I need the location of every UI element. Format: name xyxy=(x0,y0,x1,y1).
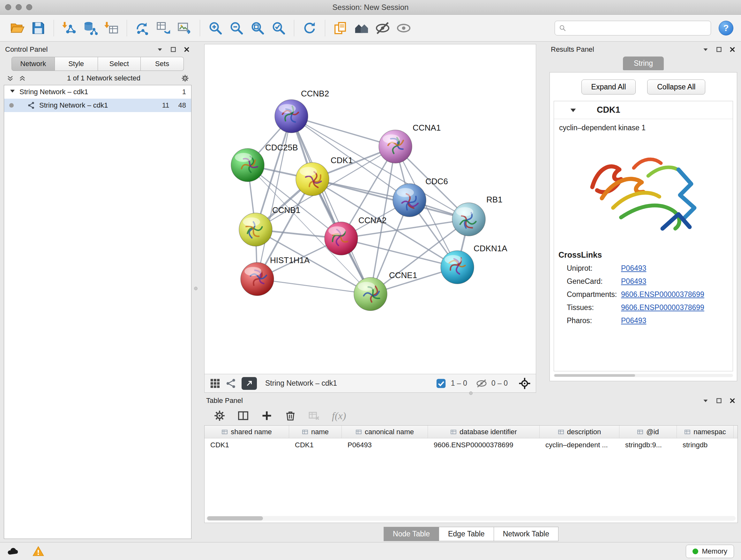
vertical-splitter-handle[interactable] xyxy=(194,287,198,290)
crosslink-link[interactable]: 9606.ENSP00000378699 xyxy=(621,290,704,299)
float-panel-icon[interactable] xyxy=(716,46,723,53)
new-network-button[interactable] xyxy=(133,18,152,38)
hide-selected-button[interactable] xyxy=(373,18,392,38)
panel-menu-icon[interactable] xyxy=(702,397,709,404)
export-image-button[interactable] xyxy=(175,18,194,38)
cloud-icon[interactable] xyxy=(7,546,18,557)
show-selected-button[interactable] xyxy=(394,18,413,38)
network-node-cdc25b[interactable] xyxy=(231,148,264,182)
network-node-ccnb1[interactable] xyxy=(239,213,272,246)
panel-menu-icon[interactable] xyxy=(702,46,709,53)
tab-edge-table[interactable]: Edge Table xyxy=(439,527,494,541)
table-cell[interactable]: stringdb:9... xyxy=(619,438,677,452)
column-header-namespac[interactable]: namespac xyxy=(677,426,734,438)
expand-all-icon[interactable] xyxy=(6,74,14,82)
protein-section-header[interactable]: CDK1 xyxy=(554,101,733,119)
import-table-button[interactable] xyxy=(102,18,121,38)
table-cell[interactable]: cyclin–dependent ... xyxy=(540,438,619,452)
import-network-database-button[interactable] xyxy=(81,18,100,38)
add-column-plus-icon[interactable] xyxy=(261,410,273,422)
search-input[interactable] xyxy=(569,24,707,32)
crosshair-icon[interactable] xyxy=(519,377,531,389)
refresh-button[interactable] xyxy=(300,18,319,38)
hidden-eye-slash-icon[interactable] xyxy=(476,378,487,389)
minimize-window-button[interactable] xyxy=(16,4,22,10)
zoom-selected-button[interactable] xyxy=(269,18,288,38)
open-session-button[interactable] xyxy=(8,18,27,38)
selected-checkbox-icon[interactable] xyxy=(435,378,447,389)
collapse-section-icon[interactable] xyxy=(569,106,577,114)
network-row-selected[interactable]: String Network – cdk1 11 48 xyxy=(4,99,191,112)
gear-icon[interactable] xyxy=(181,74,189,82)
delete-column-trash-icon[interactable] xyxy=(285,410,296,422)
float-panel-icon[interactable] xyxy=(170,46,177,53)
tab-network-table[interactable]: Network Table xyxy=(494,527,558,541)
column-header-shared-name[interactable]: shared name xyxy=(205,426,289,438)
home-view-button[interactable] xyxy=(352,18,371,38)
duplicate-style-button[interactable] xyxy=(331,18,350,38)
network-edge[interactable] xyxy=(291,116,370,294)
expand-all-button[interactable]: Expand All xyxy=(582,79,636,95)
collapse-all-icon[interactable] xyxy=(18,74,26,82)
horizontal-splitter-handle[interactable] xyxy=(469,391,473,395)
column-header-canonical-name[interactable]: canonical name xyxy=(342,426,428,438)
table-row[interactable]: CDK1CDK1P064939606.ENSP00000378699cyclin… xyxy=(205,438,738,452)
close-panel-icon[interactable] xyxy=(729,397,736,404)
tree-expander-icon[interactable] xyxy=(9,88,16,96)
results-horizontal-scrollbar[interactable] xyxy=(554,374,733,377)
warning-icon[interactable] xyxy=(32,546,44,557)
close-panel-icon[interactable] xyxy=(183,46,190,53)
crosslink-link[interactable]: 9606.ENSP00000378699 xyxy=(621,303,704,312)
crosslink-link[interactable]: P06493 xyxy=(621,316,646,325)
network-node-hist1h1a[interactable] xyxy=(241,262,274,296)
memory-button[interactable]: Memory xyxy=(686,545,734,558)
column-header--id[interactable]: @id xyxy=(619,426,677,438)
network-from-table-button[interactable] xyxy=(154,18,173,38)
collapse-all-button[interactable]: Collapse All xyxy=(647,79,705,95)
network-node-ccne1[interactable] xyxy=(354,277,387,311)
tab-node-table[interactable]: Node Table xyxy=(384,527,439,541)
network-node-cdkn1a[interactable] xyxy=(441,251,474,284)
crosslink-link[interactable]: P06493 xyxy=(621,277,646,286)
help-button[interactable]: ? xyxy=(719,21,733,36)
table-cell[interactable]: CDK1 xyxy=(205,438,289,452)
show-columns-icon[interactable] xyxy=(238,410,249,422)
column-header-database-identifier[interactable]: database identifier xyxy=(428,426,540,438)
network-collection-row[interactable]: String Network – cdk1 1 xyxy=(4,85,191,99)
column-header-name[interactable]: name xyxy=(289,426,342,438)
network-canvas[interactable]: CCNB2CCNA1CDC25BCDK1CDC6RB1CCNB1CCNA2CDK… xyxy=(204,44,536,374)
network-node-cdc6[interactable] xyxy=(393,184,426,217)
network-node-ccna1[interactable] xyxy=(379,130,412,163)
zoom-in-button[interactable] xyxy=(206,18,225,38)
zoom-out-button[interactable] xyxy=(227,18,246,38)
grid-view-icon[interactable] xyxy=(210,378,220,389)
table-cell[interactable]: stringdb xyxy=(677,438,734,452)
table-cell[interactable]: P06493 xyxy=(342,438,428,452)
tab-network[interactable]: Network xyxy=(11,57,55,71)
scrollbar-thumb[interactable] xyxy=(207,516,263,520)
save-session-button[interactable] xyxy=(29,18,48,38)
tab-select[interactable]: Select xyxy=(98,57,141,71)
zoom-fit-button[interactable] xyxy=(248,18,267,38)
import-network-file-button[interactable] xyxy=(60,18,79,38)
zoom-window-button[interactable] xyxy=(26,4,32,10)
network-node-ccnb2[interactable] xyxy=(275,100,308,133)
crosslink-link[interactable]: P06493 xyxy=(621,264,646,273)
table-settings-gear-icon[interactable] xyxy=(214,410,225,422)
close-panel-icon[interactable] xyxy=(729,46,736,53)
network-node-cdk1[interactable] xyxy=(296,163,329,196)
tab-sets[interactable]: Sets xyxy=(141,57,184,71)
network-edge[interactable] xyxy=(257,279,370,294)
table-cell[interactable]: 9606.ENSP00000378699 xyxy=(428,438,540,452)
network-node-rb1[interactable] xyxy=(452,203,485,236)
panel-splitter[interactable] xyxy=(192,44,204,542)
network-edge[interactable] xyxy=(257,116,291,279)
table-cell[interactable]: CDK1 xyxy=(289,438,342,452)
function-builder-icon[interactable]: f(x) xyxy=(332,410,346,422)
network-node-ccna2[interactable] xyxy=(325,222,358,255)
tab-string[interactable]: String xyxy=(623,57,664,70)
table-horizontal-scrollbar[interactable] xyxy=(206,516,736,521)
share-network-icon[interactable] xyxy=(226,378,237,389)
column-header-description[interactable]: description xyxy=(540,426,619,438)
close-window-button[interactable] xyxy=(5,4,11,10)
